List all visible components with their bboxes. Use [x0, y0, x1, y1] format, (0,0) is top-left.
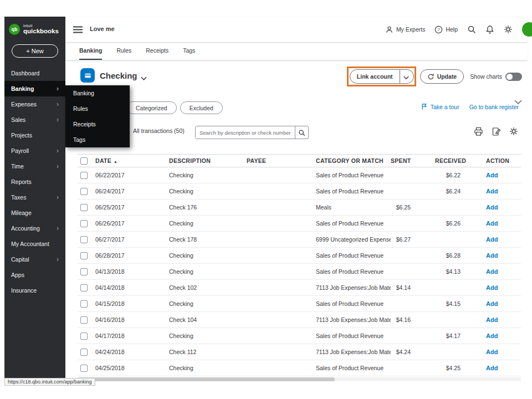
flyout-item-receipts[interactable]: Receipts: [65, 116, 130, 132]
add-action-link[interactable]: Add: [486, 172, 498, 178]
search-input[interactable]: [196, 126, 295, 139]
add-action-link[interactable]: Add: [486, 236, 498, 243]
flyout-item-banking[interactable]: Banking: [65, 85, 130, 101]
user-avatar[interactable]: [522, 22, 532, 37]
sidebar-item-apps[interactable]: Apps: [4, 267, 65, 283]
add-action-link[interactable]: Add: [486, 268, 498, 275]
action-cell: Add: [479, 332, 521, 339]
banking-flyout: BankingRulesReceiptsTags: [65, 85, 130, 147]
tab-banking[interactable]: Banking: [79, 42, 102, 60]
browser-status-url: https://c18.qbo.intuit.com/app/banking: [4, 378, 95, 386]
description-cell: Check 178: [169, 236, 247, 243]
row-checkbox[interactable]: [80, 300, 88, 308]
sidebar-item-projects[interactable]: Projects: [4, 127, 65, 143]
chevron-right-icon: ›: [57, 147, 59, 154]
add-action-link[interactable]: Add: [486, 300, 498, 307]
sidebar-item-taxes[interactable]: Taxes›: [4, 190, 65, 205]
go-to-bank-register-link[interactable]: Go to bank register: [469, 104, 519, 110]
search-submit-icon[interactable]: [295, 126, 308, 139]
update-label: Update: [437, 73, 457, 80]
new-button[interactable]: + New: [12, 44, 58, 58]
received-cell: $6.22: [435, 172, 479, 178]
view-tab-excluded[interactable]: Excluded: [180, 101, 223, 114]
flyout-item-tags[interactable]: Tags: [65, 132, 130, 147]
account-selector[interactable]: Checking: [80, 68, 147, 83]
table-settings-gear-icon[interactable]: [509, 127, 519, 136]
take-a-tour-link[interactable]: Take a tour: [421, 103, 459, 110]
search-icon[interactable]: [467, 25, 476, 34]
notifications-bell-icon[interactable]: [485, 25, 494, 34]
flyout-item-rules[interactable]: Rules: [65, 101, 130, 116]
print-icon[interactable]: [474, 127, 483, 136]
row-checkbox[interactable]: [80, 236, 88, 243]
settings-gear-icon[interactable]: [504, 25, 513, 34]
sidebar-item-sales[interactable]: Sales›: [4, 112, 65, 127]
link-account-button[interactable]: Link account: [350, 73, 400, 80]
category-cell: Sales of Product Revenue: [316, 300, 391, 307]
action-cell: Add: [479, 349, 521, 355]
row-checkbox[interactable]: [80, 172, 88, 179]
sidebar-item-label: Capital: [11, 256, 57, 263]
sidebar-item-payroll[interactable]: Payroll›: [4, 143, 65, 158]
add-action-link[interactable]: Add: [486, 204, 498, 211]
my-experts-button[interactable]: My Experts: [385, 25, 426, 34]
sidebar-item-my-accountant[interactable]: My Accountant: [4, 236, 65, 252]
add-action-link[interactable]: Add: [486, 349, 498, 355]
hamburger-menu-icon[interactable]: [73, 25, 83, 33]
row-checkbox[interactable]: [80, 188, 88, 195]
row-checkbox[interactable]: [80, 268, 88, 275]
add-action-link[interactable]: Add: [486, 316, 498, 323]
account-header-actions: Link account Update: [350, 69, 522, 84]
row-checkbox-cell: [78, 236, 95, 243]
row-checkbox[interactable]: [80, 316, 88, 324]
description-cell: Check 112: [169, 349, 247, 355]
my-experts-label: My Experts: [396, 26, 426, 33]
row-checkbox[interactable]: [80, 252, 88, 259]
tab-receipts[interactable]: Receipts: [146, 42, 168, 60]
received-cell: $4.17: [435, 332, 479, 339]
scrollbar-thumb[interactable]: [78, 377, 335, 381]
sidebar-item-mileage[interactable]: Mileage: [4, 205, 65, 221]
category-cell: 7113 Job Expenses:Job Materials:: [316, 284, 391, 291]
row-checkbox[interactable]: [80, 220, 88, 227]
sidebar-item-label: Time: [11, 163, 57, 170]
update-button[interactable]: Update: [420, 69, 464, 84]
sidebar-menu: DashboardBanking›Expenses›Sales›Projects…: [4, 65, 65, 298]
select-all-checkbox[interactable]: [80, 157, 88, 165]
tab-rules[interactable]: Rules: [116, 42, 131, 60]
chevron-right-icon: ›: [57, 101, 59, 108]
add-action-link[interactable]: Add: [486, 284, 498, 291]
sidebar-item-banking[interactable]: Banking›: [4, 81, 65, 96]
add-action-link[interactable]: Add: [486, 332, 498, 339]
sidebar-item-reports[interactable]: Reports: [4, 174, 65, 190]
column-label: ACTION: [486, 157, 509, 164]
sidebar-item-capital[interactable]: Capital›: [4, 252, 65, 267]
add-action-link[interactable]: Add: [486, 220, 498, 227]
header-cell-action: ACTION: [479, 157, 521, 164]
add-action-link[interactable]: Add: [486, 365, 498, 371]
row-checkbox[interactable]: [80, 284, 88, 291]
help-button[interactable]: ? Help: [434, 25, 458, 34]
row-checkbox[interactable]: [80, 365, 88, 372]
export-icon[interactable]: [492, 127, 501, 136]
link-account-dropdown-button[interactable]: [400, 74, 413, 79]
row-checkbox[interactable]: [80, 332, 88, 340]
sidebar-item-time[interactable]: Time›: [4, 158, 65, 174]
horizontal-scrollbar[interactable]: [78, 377, 521, 381]
date-cell: 06/28/2017: [95, 252, 169, 259]
row-checkbox[interactable]: [80, 204, 88, 211]
add-action-link[interactable]: Add: [486, 188, 498, 195]
table-row: 04/17/2018CheckingSales of Product Reven…: [78, 328, 521, 344]
view-tab-categorized[interactable]: Categorized: [126, 101, 177, 114]
sidebar-item-accounting[interactable]: Accounting›: [4, 221, 65, 236]
sidebar-item-insurance[interactable]: Insurance: [4, 283, 65, 298]
row-checkbox-cell: [78, 204, 95, 211]
sidebar-item-expenses[interactable]: Expenses›: [4, 96, 65, 112]
row-checkbox[interactable]: [80, 349, 88, 356]
sidebar-item-dashboard[interactable]: Dashboard: [4, 65, 65, 81]
transactions-filter-dropdown[interactable]: All transactions (50): [133, 127, 203, 134]
show-charts-toggle[interactable]: [505, 73, 522, 81]
add-action-link[interactable]: Add: [486, 252, 498, 259]
tab-tags[interactable]: Tags: [183, 42, 195, 60]
sidebar-item-label: Accounting: [11, 225, 57, 232]
